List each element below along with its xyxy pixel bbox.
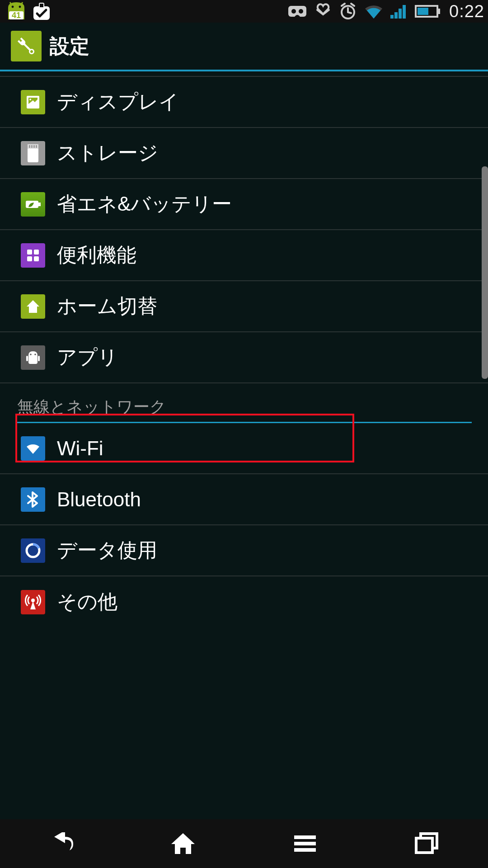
svg-marker-43 [27,300,39,313]
svg-point-9 [291,9,296,14]
svg-point-44 [30,354,32,355]
page-title: 設定 [50,33,89,60]
svg-rect-34 [31,145,33,148]
svg-rect-35 [33,145,35,148]
nav-home-button[interactable] [163,830,203,857]
svg-point-1 [19,6,21,8]
list-item-label: Wi-Fi [57,437,103,460]
data-usage-icon [21,538,45,563]
svg-rect-39 [27,250,32,255]
cell-signal-icon [390,3,408,19]
svg-rect-38 [38,203,41,206]
battery-leaf-icon [21,192,45,217]
svg-rect-18 [399,9,402,19]
svg-rect-19 [403,5,406,19]
svg-line-14 [342,4,345,6]
nav-menu-button[interactable] [285,830,325,857]
status-time: 0:22 [449,2,484,21]
svg-point-0 [12,6,14,8]
svg-point-45 [34,354,36,355]
svg-point-30 [29,99,31,100]
list-item-label: データ使用 [57,537,157,564]
features-grid-icon [21,243,45,268]
list-item-storage[interactable]: ストレージ [0,128,488,179]
svg-rect-42 [34,256,39,261]
svg-rect-56 [416,838,432,853]
list-item-label: その他 [57,589,117,615]
battery-icon [415,4,441,19]
svg-rect-21 [437,9,440,14]
list-item-bluetooth[interactable]: Bluetooth [0,474,488,525]
list-item-label: ストレージ [57,140,158,166]
settings-list: ディスプレイ ストレージ 省エネ&バッテリー 便利機能 ホーム切替 アプリ 無線… [0,76,488,627]
svg-line-15 [351,4,354,6]
nav-back-button[interactable] [41,830,81,857]
svg-rect-46 [26,356,28,361]
list-item-label: 便利機能 [57,242,136,269]
svg-rect-16 [390,15,394,19]
section-header-wireless: 無線とネットワーク [0,383,488,422]
list-item-display[interactable]: ディスプレイ [0,77,488,128]
list-item-wifi[interactable]: Wi-Fi [0,423,488,474]
svg-rect-53 [294,842,316,845]
battery-badge-text: 41 [12,11,21,20]
app-header: 設定 [0,23,488,71]
list-item-label: ディスプレイ [57,89,179,115]
status-bar: 41 [0,0,488,23]
task-notification-icon [32,2,52,21]
svg-marker-51 [171,833,195,854]
wifi-icon [363,3,384,19]
svg-rect-40 [34,250,39,255]
svg-rect-41 [27,256,32,261]
heart-mail-icon [314,3,333,20]
settings-icon [11,31,42,61]
list-item-label: 省エネ&バッテリー [57,191,232,217]
navigation-bar [0,819,488,868]
svg-rect-47 [38,356,40,361]
list-item-home-switch[interactable]: ホーム切替 [0,281,488,332]
svg-rect-54 [294,848,316,852]
vr-icon [287,4,307,19]
alarm-icon [339,2,357,20]
apps-android-icon [21,345,45,370]
svg-marker-50 [30,601,36,609]
list-item-other[interactable]: その他 [0,576,488,627]
list-item-convenience[interactable]: 便利機能 [0,230,488,281]
svg-rect-52 [294,835,316,839]
scroll-indicator[interactable] [482,166,488,379]
svg-point-10 [299,9,303,14]
bluetooth-icon [21,487,45,512]
display-icon [21,90,45,114]
status-bar-left: 41 [4,1,52,21]
svg-rect-22 [418,8,428,15]
list-item-battery[interactable]: 省エネ&バッテリー [0,179,488,230]
android-notification-icon: 41 [4,1,29,21]
svg-rect-36 [36,145,37,148]
list-item-apps[interactable]: アプリ [0,332,488,383]
wifi-settings-icon [21,436,45,461]
svg-rect-33 [29,145,30,148]
nav-recent-button[interactable] [407,830,447,857]
list-item-label: アプリ [57,344,118,371]
storage-icon [21,141,45,165]
list-item-data-usage[interactable]: データ使用 [0,525,488,576]
svg-line-13 [348,12,351,13]
antenna-icon [21,590,45,614]
list-item-label: Bluetooth [57,488,141,511]
svg-rect-7 [40,4,43,7]
status-bar-right: 0:22 [287,2,484,21]
list-item-label: ホーム切替 [57,293,157,320]
svg-rect-17 [394,12,398,19]
home-icon [21,294,45,319]
